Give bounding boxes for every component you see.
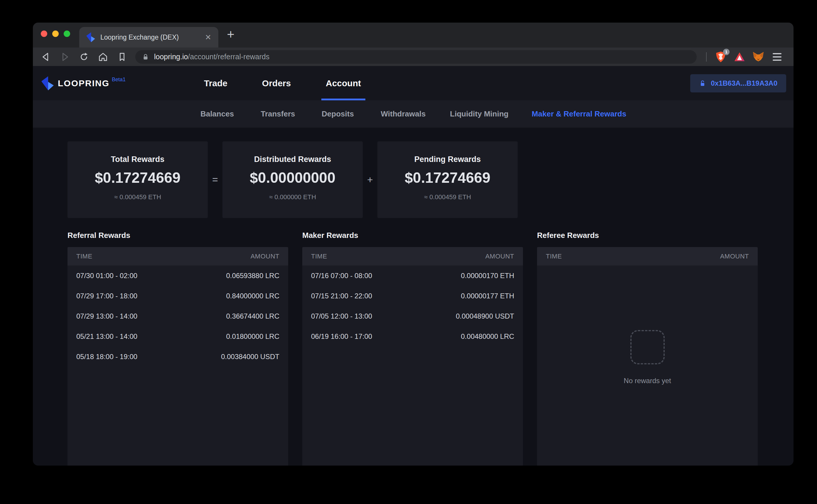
back-icon[interactable] — [40, 50, 52, 64]
minimize-window-button[interactable] — [52, 31, 59, 37]
account-subnav: Balances Transfers Deposits Withdrawals … — [33, 100, 794, 128]
table-row: 07/16 07:00 - 08:00 0.00000170 ETH — [302, 265, 523, 286]
reload-icon[interactable] — [78, 50, 90, 64]
card-value: $0.00000000 — [222, 169, 363, 186]
row-amount: 0.00384000 USDT — [221, 353, 279, 361]
subnav-maker-referral-rewards[interactable]: Maker & Referral Rewards — [532, 100, 626, 128]
subnav-balances[interactable]: Balances — [200, 100, 234, 128]
toolbar-divider — [706, 52, 707, 62]
row-time: 07/16 07:00 - 08:00 — [311, 272, 372, 280]
address-bar[interactable]: loopring.io/account/referral-rewards — [135, 50, 697, 64]
row-time: 07/30 01:00 - 02:00 — [76, 272, 137, 280]
row-time: 05/18 18:00 - 19:00 — [76, 353, 137, 361]
row-amount: 0.00000170 ETH — [461, 272, 514, 280]
maker-rewards-section: Maker Rewards TIME AMOUNT 07/16 07:00 - … — [302, 231, 523, 466]
distributed-rewards-card: Distributed Rewards $0.00000000 ≈ 0.0000… — [222, 141, 363, 218]
row-time: 07/29 13:00 - 14:00 — [76, 312, 137, 320]
maker-rewards-table: TIME AMOUNT 07/16 07:00 - 08:00 0.000001… — [302, 247, 523, 466]
col-amount: AMOUNT — [720, 253, 749, 260]
window-controls — [41, 31, 70, 37]
row-amount: 0.01800000 LRC — [226, 332, 279, 341]
rewards-page: Total Rewards $0.17274669 ≈ 0.000459 ETH… — [33, 128, 794, 466]
shield-badge: 1 — [723, 49, 730, 55]
metamask-fox-icon[interactable] — [751, 50, 765, 64]
tab-close-icon[interactable]: ✕ — [205, 33, 211, 42]
empty-placeholder-icon — [630, 330, 665, 364]
subnav-withdrawals[interactable]: Withdrawals — [381, 100, 426, 128]
nav-trade[interactable]: Trade — [204, 66, 227, 100]
beta-tag: Beta1 — [112, 77, 126, 83]
row-time: 07/05 12:00 - 13:00 — [311, 312, 372, 320]
new-tab-button[interactable]: + — [223, 27, 238, 42]
row-amount: 0.00000177 ETH — [461, 292, 514, 300]
browser-window: Loopring Exchange (DEX) ✕ + — [33, 23, 794, 466]
close-window-button[interactable] — [41, 31, 47, 37]
row-amount: 0.00048900 USDT — [456, 312, 514, 320]
subnav-liquidity-mining[interactable]: Liquidity Mining — [450, 100, 508, 128]
pending-rewards-card: Pending Rewards $0.17274669 ≈ 0.000459 E… — [377, 141, 518, 218]
table-header: TIME AMOUNT — [537, 247, 758, 265]
col-time: TIME — [546, 253, 562, 260]
rewards-summary: Total Rewards $0.17274669 ≈ 0.000459 ETH… — [67, 141, 794, 218]
table-row: 05/21 13:00 - 14:00 0.01800000 LRC — [67, 326, 288, 346]
table-header: TIME AMOUNT — [302, 247, 523, 265]
empty-state-text: No rewards yet — [624, 377, 671, 385]
brave-rewards-triangle-icon[interactable] — [733, 50, 747, 64]
site-header: LOOPRING Beta1 Trade Orders Account 0x1B… — [33, 66, 794, 100]
row-amount: 0.84000000 LRC — [226, 292, 279, 300]
url-host: loopring.io — [154, 53, 188, 61]
wallet-lock-icon — [699, 80, 706, 87]
referral-rewards-table: TIME AMOUNT 07/30 01:00 - 02:00 0.065938… — [67, 247, 288, 466]
loopring-brand[interactable]: LOOPRING Beta1 — [41, 66, 126, 100]
table-row: 07/30 01:00 - 02:00 0.06593880 LRC — [67, 265, 288, 286]
browser-toolbar: loopring.io/account/referral-rewards 1 — [33, 48, 794, 66]
nav-orders[interactable]: Orders — [262, 66, 291, 100]
row-time: 05/21 13:00 - 14:00 — [76, 332, 137, 341]
tab-strip: Loopring Exchange (DEX) ✕ + — [33, 23, 794, 48]
subnav-deposits[interactable]: Deposits — [322, 100, 354, 128]
referee-rewards-section: Referee Rewards TIME AMOUNT No rewards y… — [537, 231, 758, 466]
referee-rewards-table: TIME AMOUNT No rewards yet — [537, 247, 758, 466]
browser-tab[interactable]: Loopring Exchange (DEX) ✕ — [79, 27, 218, 48]
row-amount: 0.06593880 LRC — [226, 272, 279, 280]
row-time: 07/29 17:00 - 18:00 — [76, 292, 137, 300]
home-icon[interactable] — [97, 50, 109, 64]
subnav-transfers[interactable]: Transfers — [260, 100, 295, 128]
table-header: TIME AMOUNT — [67, 247, 288, 265]
col-amount: AMOUNT — [251, 253, 279, 260]
desktop-background: Loopring Exchange (DEX) ✕ + — [0, 0, 817, 504]
brave-shield-icon[interactable]: 1 — [714, 50, 728, 64]
brand-name: LOOPRING — [58, 78, 109, 88]
loopring-logo-icon — [41, 76, 54, 90]
table-row: 07/29 13:00 - 14:00 0.36674400 LRC — [67, 306, 288, 326]
bookmark-icon[interactable] — [116, 50, 128, 64]
row-time: 06/19 16:00 - 17:00 — [311, 332, 372, 341]
table-row: 07/29 17:00 - 18:00 0.84000000 LRC — [67, 286, 288, 306]
rewards-tables: Referral Rewards TIME AMOUNT 07/30 01:00… — [67, 231, 794, 466]
wallet-address-button[interactable]: 0x1B63A...B19A3A0 — [690, 74, 786, 92]
col-time: TIME — [76, 253, 92, 260]
section-title: Referee Rewards — [537, 231, 758, 240]
card-eth-value: ≈ 0.000000 ETH — [222, 193, 363, 201]
referral-rewards-section: Referral Rewards TIME AMOUNT 07/30 01:00… — [67, 231, 288, 466]
row-amount: 0.00480000 LRC — [461, 332, 514, 341]
url-text: loopring.io/account/referral-rewards — [154, 53, 269, 61]
card-value: $0.17274669 — [67, 169, 208, 186]
tab-title: Loopring Exchange (DEX) — [100, 33, 200, 41]
zoom-window-button[interactable] — [64, 31, 70, 37]
nav-account[interactable]: Account — [326, 66, 361, 100]
card-title: Pending Rewards — [377, 155, 518, 164]
card-title: Distributed Rewards — [222, 155, 363, 164]
table-row: 06/19 16:00 - 17:00 0.00480000 LRC — [302, 326, 523, 346]
total-rewards-card: Total Rewards $0.17274669 ≈ 0.000459 ETH — [67, 141, 208, 218]
table-row: 05/18 18:00 - 19:00 0.00384000 USDT — [67, 346, 288, 367]
forward-icon[interactable] — [59, 50, 71, 64]
wallet-address: 0x1B63A...B19A3A0 — [711, 79, 777, 87]
row-time: 07/15 21:00 - 22:00 — [311, 292, 372, 300]
row-amount: 0.36674400 LRC — [226, 312, 279, 320]
section-title: Maker Rewards — [302, 231, 523, 240]
equals-operator: = — [208, 141, 222, 218]
browser-menu-icon[interactable] — [770, 50, 784, 64]
loopring-favicon-icon — [86, 32, 95, 42]
url-path: /account/referral-rewards — [188, 53, 269, 61]
